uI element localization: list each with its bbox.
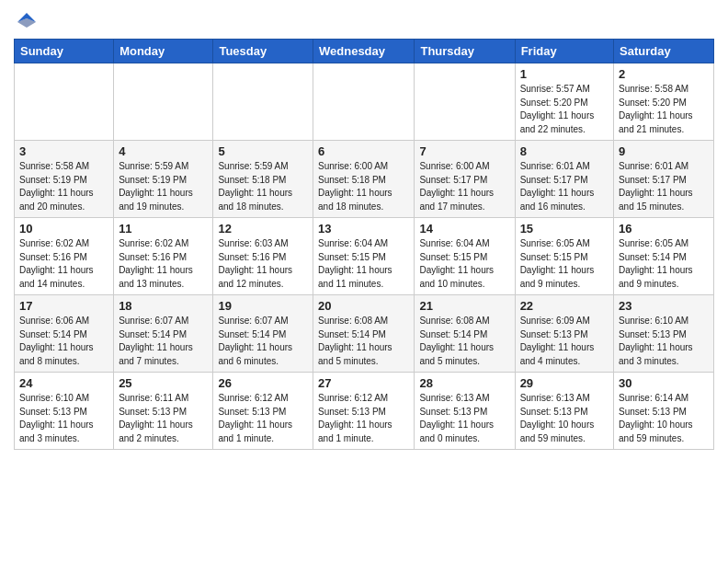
day-number: 29 [520, 376, 609, 390]
weekday-header-tuesday: Tuesday [213, 40, 313, 63]
calendar-cell: 30Sunrise: 6:14 AMSunset: 5:13 PMDayligh… [614, 373, 714, 450]
calendar-cell: 22Sunrise: 6:09 AMSunset: 5:13 PMDayligh… [515, 295, 613, 373]
day-number: 28 [419, 376, 509, 390]
logo [14, 9, 38, 31]
header [14, 9, 714, 31]
day-number: 24 [19, 376, 108, 390]
day-number: 17 [19, 299, 108, 313]
calendar-cell: 4Sunrise: 5:59 AMSunset: 5:19 PMDaylight… [114, 141, 213, 218]
day-number: 14 [419, 222, 509, 236]
day-info: Sunrise: 5:59 AMSunset: 5:19 PMDaylight:… [119, 160, 208, 213]
day-info: Sunrise: 6:03 AMSunset: 5:16 PMDaylight:… [218, 237, 308, 291]
calendar-cell: 25Sunrise: 6:11 AMSunset: 5:13 PMDayligh… [114, 373, 213, 450]
week-row-2: 3Sunrise: 5:58 AMSunset: 5:19 PMDaylight… [15, 141, 714, 218]
calendar-cell: 26Sunrise: 6:12 AMSunset: 5:13 PMDayligh… [213, 373, 313, 450]
calendar-cell: 24Sunrise: 6:10 AMSunset: 5:13 PMDayligh… [15, 373, 114, 450]
day-number: 18 [119, 299, 208, 313]
calendar-cell: 19Sunrise: 6:07 AMSunset: 5:14 PMDayligh… [213, 295, 313, 373]
calendar-cell: 18Sunrise: 6:07 AMSunset: 5:14 PMDayligh… [114, 295, 213, 373]
week-row-4: 17Sunrise: 6:06 AMSunset: 5:14 PMDayligh… [15, 295, 714, 373]
day-info: Sunrise: 6:08 AMSunset: 5:14 PMDaylight:… [419, 315, 509, 368]
calendar-cell: 23Sunrise: 6:10 AMSunset: 5:13 PMDayligh… [614, 295, 714, 373]
calendar-cell: 28Sunrise: 6:13 AMSunset: 5:13 PMDayligh… [415, 373, 515, 450]
weekday-header-sunday: Sunday [15, 40, 114, 63]
day-info: Sunrise: 6:00 AMSunset: 5:18 PMDaylight:… [318, 160, 409, 213]
calendar-cell: 6Sunrise: 6:00 AMSunset: 5:18 PMDaylight… [313, 141, 415, 218]
day-number: 19 [218, 299, 308, 313]
day-info: Sunrise: 6:05 AMSunset: 5:15 PMDaylight:… [520, 237, 609, 291]
day-info: Sunrise: 6:01 AMSunset: 5:17 PMDaylight:… [520, 160, 609, 213]
day-info: Sunrise: 6:11 AMSunset: 5:13 PMDaylight:… [119, 392, 208, 445]
calendar-cell: 27Sunrise: 6:12 AMSunset: 5:13 PMDayligh… [313, 373, 415, 450]
day-info: Sunrise: 6:05 AMSunset: 5:14 PMDaylight:… [619, 237, 709, 291]
calendar-cell [15, 63, 114, 141]
week-row-1: 1Sunrise: 5:57 AMSunset: 5:20 PMDaylight… [15, 63, 714, 141]
day-info: Sunrise: 6:04 AMSunset: 5:15 PMDaylight:… [419, 237, 509, 291]
day-info: Sunrise: 6:12 AMSunset: 5:13 PMDaylight:… [218, 392, 308, 445]
calendar-cell: 8Sunrise: 6:01 AMSunset: 5:17 PMDaylight… [515, 141, 613, 218]
calendar-cell: 21Sunrise: 6:08 AMSunset: 5:14 PMDayligh… [415, 295, 515, 373]
day-number: 20 [318, 299, 409, 313]
day-info: Sunrise: 6:07 AMSunset: 5:14 PMDaylight:… [218, 315, 308, 368]
day-info: Sunrise: 6:09 AMSunset: 5:13 PMDaylight:… [520, 315, 609, 368]
day-number: 4 [119, 144, 208, 158]
weekday-header-saturday: Saturday [614, 40, 714, 63]
calendar-cell [114, 63, 213, 141]
day-number: 10 [19, 222, 108, 236]
calendar-cell: 15Sunrise: 6:05 AMSunset: 5:15 PMDayligh… [515, 218, 613, 295]
calendar-cell: 17Sunrise: 6:06 AMSunset: 5:14 PMDayligh… [15, 295, 114, 373]
day-number: 27 [318, 376, 409, 390]
day-number: 6 [318, 144, 409, 158]
weekday-header-wednesday: Wednesday [313, 40, 415, 63]
calendar-cell [415, 63, 515, 141]
day-info: Sunrise: 5:57 AMSunset: 5:20 PMDaylight:… [520, 83, 609, 136]
day-number: 23 [619, 299, 709, 313]
day-number: 21 [419, 299, 509, 313]
calendar-cell: 5Sunrise: 5:59 AMSunset: 5:18 PMDaylight… [213, 141, 313, 218]
day-info: Sunrise: 6:13 AMSunset: 5:13 PMDaylight:… [419, 392, 509, 445]
calendar-cell: 11Sunrise: 6:02 AMSunset: 5:16 PMDayligh… [114, 218, 213, 295]
calendar-cell: 10Sunrise: 6:02 AMSunset: 5:16 PMDayligh… [15, 218, 114, 295]
weekday-header-row: SundayMondayTuesdayWednesdayThursdayFrid… [15, 40, 714, 63]
calendar-cell: 1Sunrise: 5:57 AMSunset: 5:20 PMDaylight… [515, 63, 613, 141]
day-info: Sunrise: 5:59 AMSunset: 5:18 PMDaylight:… [218, 160, 308, 213]
calendar-cell: 20Sunrise: 6:08 AMSunset: 5:14 PMDayligh… [313, 295, 415, 373]
day-info: Sunrise: 6:10 AMSunset: 5:13 PMDaylight:… [19, 392, 108, 445]
week-row-5: 24Sunrise: 6:10 AMSunset: 5:13 PMDayligh… [15, 373, 714, 450]
day-number: 11 [119, 222, 208, 236]
page: SundayMondayTuesdayWednesdayThursdayFrid… [0, 0, 728, 459]
day-info: Sunrise: 6:01 AMSunset: 5:17 PMDaylight:… [619, 160, 709, 213]
day-number: 3 [19, 144, 108, 158]
calendar-cell: 3Sunrise: 5:58 AMSunset: 5:19 PMDaylight… [15, 141, 114, 218]
day-number: 2 [619, 67, 709, 81]
calendar-cell [213, 63, 313, 141]
weekday-header-friday: Friday [515, 40, 613, 63]
day-info: Sunrise: 5:58 AMSunset: 5:19 PMDaylight:… [19, 160, 108, 213]
day-info: Sunrise: 6:12 AMSunset: 5:13 PMDaylight:… [318, 392, 409, 445]
day-info: Sunrise: 6:06 AMSunset: 5:14 PMDaylight:… [19, 315, 108, 368]
calendar-cell: 14Sunrise: 6:04 AMSunset: 5:15 PMDayligh… [415, 218, 515, 295]
day-number: 1 [520, 67, 609, 81]
day-number: 8 [520, 144, 609, 158]
day-number: 12 [218, 222, 308, 236]
day-number: 9 [619, 144, 709, 158]
day-info: Sunrise: 6:04 AMSunset: 5:15 PMDaylight:… [318, 237, 409, 291]
day-number: 26 [218, 376, 308, 390]
day-info: Sunrise: 6:07 AMSunset: 5:14 PMDaylight:… [119, 315, 208, 368]
calendar: SundayMondayTuesdayWednesdayThursdayFrid… [14, 39, 714, 450]
day-info: Sunrise: 6:08 AMSunset: 5:14 PMDaylight:… [318, 315, 409, 368]
calendar-cell: 12Sunrise: 6:03 AMSunset: 5:16 PMDayligh… [213, 218, 313, 295]
calendar-cell: 29Sunrise: 6:13 AMSunset: 5:13 PMDayligh… [515, 373, 613, 450]
day-number: 7 [419, 144, 509, 158]
calendar-cell [313, 63, 415, 141]
calendar-cell: 7Sunrise: 6:00 AMSunset: 5:17 PMDaylight… [415, 141, 515, 218]
week-row-3: 10Sunrise: 6:02 AMSunset: 5:16 PMDayligh… [15, 218, 714, 295]
day-number: 13 [318, 222, 409, 236]
calendar-cell: 2Sunrise: 5:58 AMSunset: 5:20 PMDaylight… [614, 63, 714, 141]
day-info: Sunrise: 6:00 AMSunset: 5:17 PMDaylight:… [419, 160, 509, 213]
day-info: Sunrise: 5:58 AMSunset: 5:20 PMDaylight:… [619, 83, 709, 136]
weekday-header-monday: Monday [114, 40, 213, 63]
day-info: Sunrise: 6:13 AMSunset: 5:13 PMDaylight:… [520, 392, 609, 445]
day-info: Sunrise: 6:10 AMSunset: 5:13 PMDaylight:… [619, 315, 709, 368]
day-number: 16 [619, 222, 709, 236]
